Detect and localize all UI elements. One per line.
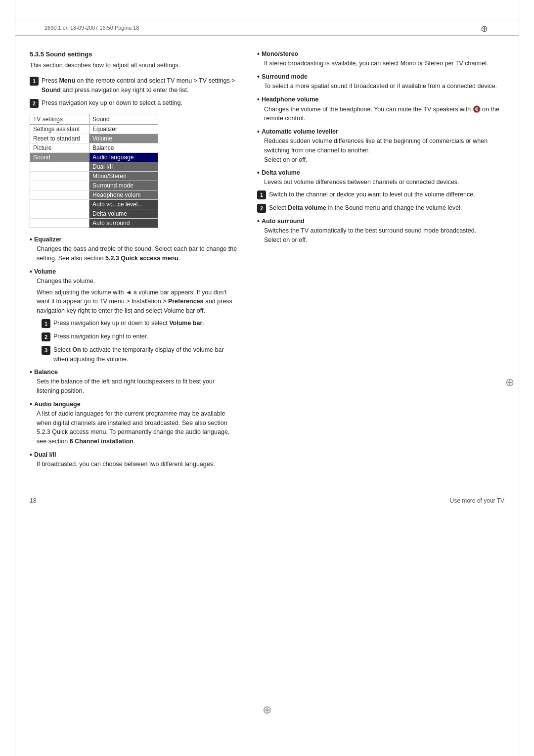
bullet-auto-vol-leveller: • Automatic volume leveller Reduces sudd…	[257, 128, 504, 164]
delta-substep-2-text: Select Delta volume in the Sound menu an…	[269, 203, 504, 213]
delta-substep-1-num: 1	[257, 190, 266, 199]
menu-row-7: Headphone volum	[30, 190, 158, 200]
menu-cell-right-8: Auto vo...ce level...	[89, 200, 158, 209]
bullet-surround-mode-label: Surround mode	[262, 73, 308, 80]
menu-row-5: Mono/Stereo	[30, 172, 158, 181]
bullet-volume: • Volume Changes the volume. When adjust…	[30, 268, 237, 364]
volume-substep-3-text: Select On to activate the temporarily di…	[53, 345, 237, 364]
menu-row-0: Settings assistant Equalizer	[30, 125, 158, 134]
delta-substep-2: 2 Select Delta volume in the Sound menu …	[257, 203, 504, 213]
bullet-dual-label: Dual I/II	[34, 451, 56, 458]
bullet-mono-stereo-label: Mono/stereo	[262, 50, 298, 57]
step-2-text: Press navigation key up or down to selec…	[42, 98, 237, 108]
menu-cell-right-6: Surround mode	[89, 181, 158, 190]
bullet-headphone: • Headphone volume Changes the volume of…	[257, 96, 504, 124]
bullet-balance-title: • Balance	[30, 369, 237, 376]
bullet-dot-auto-vol: •	[257, 128, 260, 135]
bullet-auto-vol-leveller-label: Automatic volume leveller	[262, 128, 338, 135]
step-1-num: 1	[30, 77, 39, 86]
bullet-auto-surround-label: Auto surround	[262, 218, 305, 225]
bullet-dot-headphone: •	[257, 96, 260, 103]
volume-substep-1: 1 Press navigation key up or down to sel…	[42, 319, 237, 328]
bullet-mono-stereo-body: If stereo broadcasting is available, you…	[257, 59, 504, 68]
bullet-volume-bold-prefs: Preferences	[168, 298, 204, 305]
menu-cell-left-0: Settings assistant	[30, 125, 89, 134]
menu-header-right: Sound	[89, 114, 158, 124]
menu-cell-left-7	[30, 190, 89, 200]
bullet-dual-body: If broadcasted, you can choose between t…	[30, 460, 237, 469]
bullet-equalizer: • Equalizer Changes the bass and treble …	[30, 236, 237, 263]
menu-cell-left-9	[30, 209, 89, 219]
left-column: 5.3.5 Sound settings This section descri…	[30, 50, 237, 474]
menu-cell-left-8	[30, 200, 89, 209]
bullet-equalizer-label: Equalizer	[34, 236, 62, 243]
menu-cell-left-5	[30, 172, 89, 181]
settings-menu-table: TV settings Sound Settings assistant Equ…	[30, 114, 158, 228]
menu-cell-left-1: Reset to standard	[30, 134, 89, 143]
section-heading: Sound settings	[46, 50, 92, 58]
bullet-headphone-label: Headphone volume	[262, 96, 318, 103]
bullet-auto-vol-leveller-body: Reduces sudden volume differences like a…	[257, 137, 504, 164]
bullet-delta-volume-body: Levels out volume differences between ch…	[257, 178, 504, 187]
bullet-surround-mode: • Surround mode To select a more spatial…	[257, 73, 504, 91]
bullet-dot-volume: •	[30, 268, 32, 275]
bullet-dot-surround-mode: •	[257, 73, 260, 80]
bullet-audio-language-body: A list of audio languages for the curren…	[30, 409, 237, 446]
section-number: 5.3.5	[30, 50, 44, 58]
bullet-dual: • Dual I/II If broadcasted, you can choo…	[30, 451, 237, 469]
header-crosshair-icon	[481, 23, 490, 32]
bullet-dot-auto-surround: •	[257, 218, 260, 225]
bottom-crosshair-icon: ⊕	[263, 704, 271, 716]
bullet-balance-label: Balance	[34, 369, 58, 376]
bullet-dot-audio-language: •	[30, 401, 32, 408]
bullet-dot-delta: •	[257, 169, 260, 176]
bullet-volume-body: Changes the volume. When adjusting the v…	[30, 277, 237, 316]
menu-row-10: Auto surround	[30, 219, 158, 228]
bullet-auto-surround-title: • Auto surround	[257, 218, 504, 225]
bullet-auto-vol-leveller-title: • Automatic volume leveller	[257, 128, 504, 135]
menu-row-2: Picture Balance	[30, 143, 158, 153]
page-header: 2690.1 en 18-09-2007 16:50 Pagina 18	[15, 20, 519, 36]
footer-right-text: Use more of your TV	[450, 497, 504, 504]
delta-substep-2-num: 2	[257, 204, 266, 213]
bullet-dot-balance: •	[30, 369, 32, 376]
menu-cell-right-0: Equalizer	[89, 125, 158, 134]
bullet-dot-equalizer: •	[30, 236, 32, 243]
bullet-delta-volume: • Delta volume Levels out volume differe…	[257, 169, 504, 213]
bullet-surround-mode-title: • Surround mode	[257, 73, 504, 80]
bullet-equalizer-body: Changes the bass and treble of the sound…	[30, 244, 237, 263]
delta-substep-2-bold: Delta volume	[288, 204, 326, 211]
bullet-dot-mono: •	[257, 50, 260, 57]
delta-substeps: 1 Switch to the channel or device you wa…	[257, 190, 504, 213]
menu-cell-right-2: Balance	[89, 143, 158, 153]
menu-cell-left-2: Picture	[30, 143, 89, 153]
menu-cell-right-10: Auto surround	[89, 219, 158, 228]
volume-substep-1-num: 1	[42, 319, 50, 328]
menu-cell-right-7: Headphone volum	[89, 190, 158, 200]
step-2-num: 2	[30, 99, 39, 108]
bullet-surround-mode-body: To select a more spatial sound if broadc…	[257, 82, 504, 91]
bullet-audio-language-label: Audio language	[34, 401, 81, 408]
bullet-balance-body: Sets the balance of the left and right l…	[30, 377, 237, 396]
bullet-mono-stereo-title: • Mono/stereo	[257, 50, 504, 57]
volume-substeps: 1 Press navigation key up or down to sel…	[30, 319, 237, 364]
volume-substep-3: 3 Select On to activate the temporarily …	[42, 345, 237, 364]
menu-header-row: TV settings Sound	[30, 114, 158, 125]
menu-row-6: Surround mode	[30, 181, 158, 190]
bullet-audio-language-title: • Audio language	[30, 401, 237, 408]
right-column: • Mono/stereo If stereo broadcasting is …	[257, 50, 504, 474]
delta-substep-1: 1 Switch to the channel or device you wa…	[257, 190, 504, 199]
menu-row-4: Dual I/II	[30, 162, 158, 172]
bullet-balance: • Balance Sets the balance of the left a…	[30, 369, 237, 396]
bullet-volume-title: • Volume	[30, 268, 237, 275]
volume-substep-1-bold: Volume bar	[169, 320, 202, 327]
menu-row-8: Auto vo...ce level...	[30, 200, 158, 209]
bullet-dot-dual: •	[30, 451, 32, 458]
step-1-bold-sound: Sound	[42, 87, 61, 94]
section-title: 5.3.5 Sound settings	[30, 50, 237, 58]
step-1-text: Press Menu on the remote control and sel…	[42, 76, 237, 95]
menu-cell-right-9: Delta volume	[89, 209, 158, 219]
main-content: 5.3.5 Sound settings This section descri…	[30, 50, 504, 474]
bullet-delta-volume-label: Delta volume	[262, 169, 300, 176]
volume-substep-3-num: 3	[42, 346, 50, 355]
